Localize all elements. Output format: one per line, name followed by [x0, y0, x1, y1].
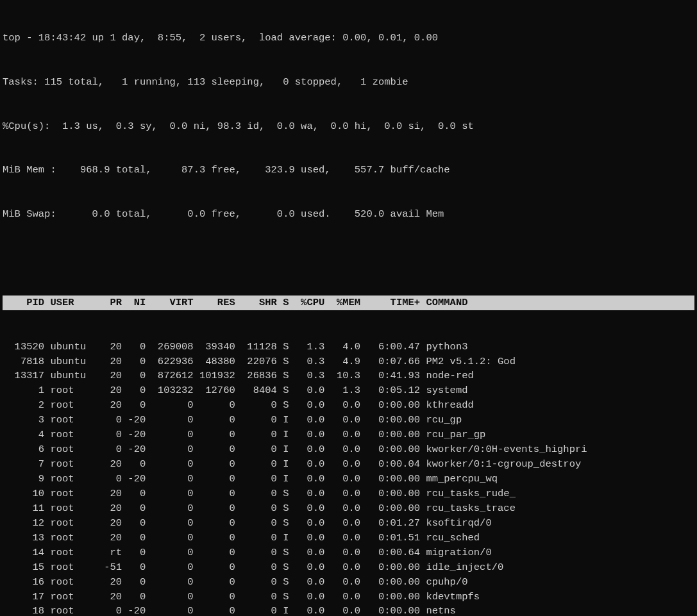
process-table-body: 13520 ubuntu 20 0 269008 39340 11128 S 1… — [3, 340, 694, 616]
summary-uptime: top - 18:43:42 up 1 day, 8:55, 2 users, … — [3, 31, 694, 46]
process-row[interactable]: 7 root 20 0 0 0 0 I 0.0 0.0 0:00.04 kwor… — [3, 457, 694, 472]
process-row[interactable]: 13 root 20 0 0 0 0 I 0.0 0.0 0:01.51 rcu… — [3, 531, 694, 545]
summary-cpu: %Cpu(s): 1.3 us, 0.3 sy, 0.0 ni, 98.3 id… — [3, 119, 694, 134]
terminal-output[interactable]: top - 18:43:42 up 1 day, 8:55, 2 users, … — [0, 0, 697, 616]
process-row[interactable]: 13317 ubuntu 20 0 872612 101932 26836 S … — [3, 369, 694, 383]
process-row[interactable]: 1 root 20 0 103232 12760 8404 S 0.0 1.3 … — [3, 383, 694, 398]
process-row[interactable]: 13520 ubuntu 20 0 269008 39340 11128 S 1… — [3, 340, 694, 354]
process-row[interactable]: 6 root 0 -20 0 0 0 I 0.0 0.0 0:00.00 kwo… — [3, 442, 694, 457]
process-table-header[interactable]: PID USER PR NI VIRT RES SHR S %CPU %MEM … — [3, 296, 694, 310]
process-row[interactable]: 3 root 0 -20 0 0 0 I 0.0 0.0 0:00.00 rcu… — [3, 413, 694, 428]
process-row[interactable]: 2 root 20 0 0 0 0 S 0.0 0.0 0:00.00 kthr… — [3, 398, 694, 413]
process-row[interactable]: 9 root 0 -20 0 0 0 I 0.0 0.0 0:00.00 mm_… — [3, 472, 694, 487]
process-row[interactable]: 17 root 20 0 0 0 0 S 0.0 0.0 0:00.00 kde… — [3, 590, 694, 604]
summary-mem: MiB Mem : 968.9 total, 87.3 free, 323.9 … — [3, 163, 694, 178]
process-row[interactable]: 14 root rt 0 0 0 0 S 0.0 0.0 0:00.64 mig… — [3, 545, 694, 560]
process-row[interactable]: 11 root 20 0 0 0 0 S 0.0 0.0 0:00.00 rcu… — [3, 501, 694, 516]
process-row[interactable]: 15 root -51 0 0 0 0 S 0.0 0.0 0:00.00 id… — [3, 560, 694, 575]
process-row[interactable]: 10 root 20 0 0 0 0 S 0.0 0.0 0:00.00 rcu… — [3, 487, 694, 501]
process-row[interactable]: 12 root 20 0 0 0 0 S 0.0 0.0 0:01.27 kso… — [3, 516, 694, 531]
process-row[interactable]: 4 root 0 -20 0 0 0 I 0.0 0.0 0:00.00 rcu… — [3, 428, 694, 442]
summary-swap: MiB Swap: 0.0 total, 0.0 free, 0.0 used.… — [3, 207, 694, 222]
process-row[interactable]: 18 root 0 -20 0 0 0 I 0.0 0.0 0:00.00 ne… — [3, 604, 694, 616]
summary-tasks: Tasks: 115 total, 1 running, 113 sleepin… — [3, 75, 694, 90]
blank-line — [3, 251, 694, 266]
process-row[interactable]: 16 root 20 0 0 0 0 S 0.0 0.0 0:00.00 cpu… — [3, 575, 694, 590]
process-row[interactable]: 7818 ubuntu 20 0 622936 48380 22076 S 0.… — [3, 354, 694, 369]
